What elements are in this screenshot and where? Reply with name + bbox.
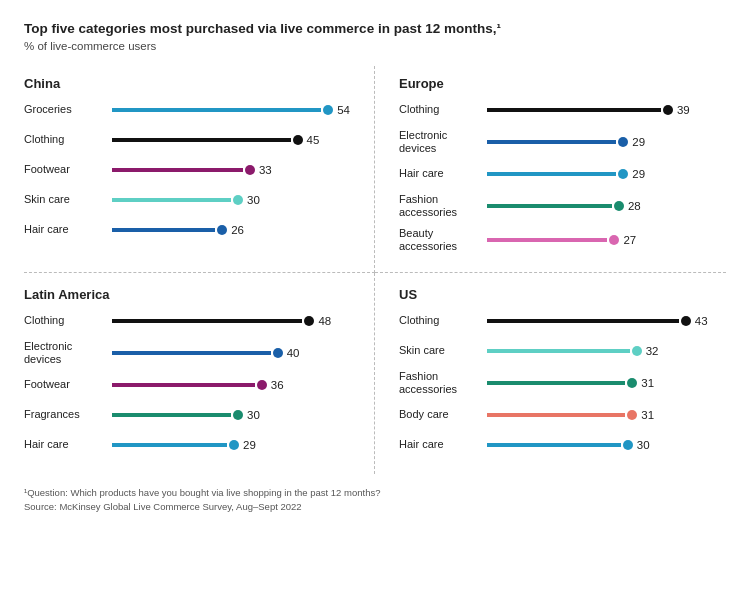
bar-fill — [487, 413, 625, 417]
bar-label: Clothing — [24, 133, 112, 146]
bar-label: Fragrances — [24, 408, 112, 421]
bar-track: 30 — [112, 198, 350, 202]
footnote-2: Source: McKinsey Global Live Commerce Su… — [24, 500, 726, 514]
bar-dot — [257, 380, 267, 390]
bar-row: Hair care30 — [399, 434, 710, 456]
bar-track: 43 — [487, 319, 710, 323]
bar-dot — [323, 105, 333, 115]
bar-row: Hair care26 — [24, 219, 350, 241]
bar-track: 29 — [487, 140, 710, 144]
bar-track: 32 — [487, 349, 710, 353]
bar-track: 48 — [112, 319, 350, 323]
bar-track: 36 — [112, 383, 350, 387]
bar-dot — [304, 316, 314, 326]
bar-fill — [487, 319, 679, 323]
bar-track: 27 — [487, 238, 710, 242]
footnotes: ¹Question: Which products have you bough… — [24, 486, 726, 515]
quadrant-china: ChinaGroceries54Clothing45Footwear33Skin… — [24, 66, 375, 273]
quadrant-us: USClothing43Skin care32Fashionaccessorie… — [375, 273, 726, 474]
bar-fill — [112, 228, 215, 232]
bar-label: Clothing — [399, 103, 487, 116]
bar-label: Hair care — [399, 167, 487, 180]
bar-row: Footwear33 — [24, 159, 350, 181]
bar-label: Hair care — [24, 438, 112, 451]
region-title-latin-america: Latin America — [24, 287, 350, 302]
bar-row: Fashionaccessories31 — [399, 370, 710, 396]
bar-value: 27 — [623, 234, 636, 246]
bar-dot — [609, 235, 619, 245]
bar-dot — [627, 410, 637, 420]
bar-label: Skin care — [399, 344, 487, 357]
quadrant-latin-america: Latin AmericaClothing48Electronicdevices… — [24, 273, 375, 474]
bar-fill — [487, 140, 616, 144]
bar-track: 30 — [112, 413, 350, 417]
bar-row: Footwear36 — [24, 374, 350, 396]
quadrant-europe: EuropeClothing39Electronicdevices29Hair … — [375, 66, 726, 273]
bar-dot — [229, 440, 239, 450]
bar-label: Clothing — [399, 314, 487, 327]
bar-label: Clothing — [24, 314, 112, 327]
bar-label: Fashionaccessories — [399, 370, 487, 396]
bar-dot — [217, 225, 227, 235]
bar-row: Clothing43 — [399, 310, 710, 332]
bar-value: 28 — [628, 200, 641, 212]
bar-fill — [487, 238, 607, 242]
bar-track: 33 — [112, 168, 350, 172]
bar-value: 30 — [637, 439, 650, 451]
bar-track: 45 — [112, 138, 350, 142]
bar-row: Groceries54 — [24, 99, 350, 121]
bar-value: 36 — [271, 379, 284, 391]
bar-track: 54 — [112, 108, 350, 112]
bar-label: Footwear — [24, 378, 112, 391]
bar-value: 54 — [337, 104, 350, 116]
bar-value: 48 — [318, 315, 331, 327]
bar-row: Electronicdevices29 — [399, 129, 710, 155]
bar-track: 31 — [487, 413, 710, 417]
bar-fill — [112, 108, 321, 112]
bar-dot — [293, 135, 303, 145]
bar-value: 29 — [243, 439, 256, 451]
region-title-china: China — [24, 76, 350, 91]
bar-row: Clothing39 — [399, 99, 710, 121]
chart-subtitle: % of live-commerce users — [24, 40, 726, 52]
bar-value: 31 — [641, 377, 654, 389]
bar-value: 45 — [307, 134, 320, 146]
bar-label: Beautyaccessories — [399, 227, 487, 253]
bar-row: Electronicdevices40 — [24, 340, 350, 366]
bar-fill — [112, 198, 231, 202]
bar-value: 33 — [259, 164, 272, 176]
bar-label: Electronicdevices — [24, 340, 112, 366]
bar-fill — [487, 204, 612, 208]
bar-fill — [487, 443, 621, 447]
bar-dot — [681, 316, 691, 326]
bar-label: Body care — [399, 408, 487, 421]
bar-value: 29 — [632, 168, 645, 180]
quadrant-grid: ChinaGroceries54Clothing45Footwear33Skin… — [24, 66, 726, 475]
bar-dot — [614, 201, 624, 211]
bar-track: 28 — [487, 204, 710, 208]
bar-fill — [487, 381, 625, 385]
bar-value: 39 — [677, 104, 690, 116]
bar-dot — [273, 348, 283, 358]
bar-fill — [112, 383, 255, 387]
bar-fill — [112, 168, 243, 172]
bar-row: Skin care30 — [24, 189, 350, 211]
bar-track: 26 — [112, 228, 350, 232]
bar-track: 39 — [487, 108, 710, 112]
bar-dot — [233, 410, 243, 420]
bar-track: 31 — [487, 381, 710, 385]
bar-fill — [487, 172, 616, 176]
bar-dot — [623, 440, 633, 450]
region-title-europe: Europe — [399, 76, 710, 91]
bar-label: Hair care — [24, 223, 112, 236]
bar-track: 29 — [487, 172, 710, 176]
region-title-us: US — [399, 287, 710, 302]
bar-value: 32 — [646, 345, 659, 357]
bar-label: Electronicdevices — [399, 129, 487, 155]
chart-title: Top five categories most purchased via l… — [24, 20, 726, 38]
bar-row: Skin care32 — [399, 340, 710, 362]
bar-track: 29 — [112, 443, 350, 447]
bar-fill — [112, 443, 227, 447]
bar-row: Clothing45 — [24, 129, 350, 151]
bar-label: Fashionaccessories — [399, 193, 487, 219]
